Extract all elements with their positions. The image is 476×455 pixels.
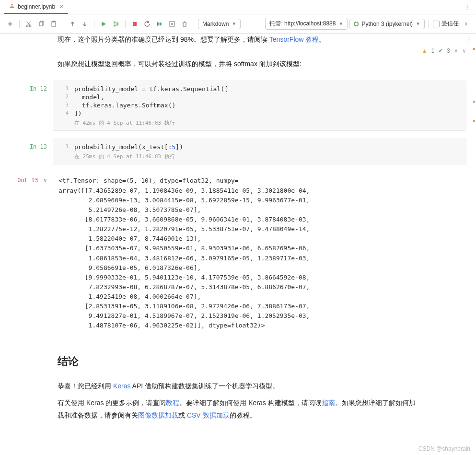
- line-number: 1: [59, 85, 69, 93]
- code-text: probability_model(x_test[:5]): [74, 143, 183, 151]
- tutorial-link[interactable]: 教程: [166, 399, 179, 407]
- kernel-label: Python 3 (ipykernel): [361, 21, 413, 27]
- restart-button[interactable]: [142, 19, 152, 29]
- chevron-down-icon: ▼: [338, 21, 343, 26]
- jupyter-icon: [9, 3, 15, 10]
- code-cell[interactable]: In 12 1probability_model = tf.keras.Sequ…: [0, 80, 476, 132]
- markdown-cell[interactable]: 结论 恭喜！您已经利用 Keras API 借助预构建数据集训练了一个机器学习模…: [0, 336, 476, 431]
- chevron-down-icon: ▼: [416, 21, 420, 26]
- add-cell-button[interactable]: [5, 19, 15, 29]
- svg-rect-6: [133, 22, 137, 26]
- cut-button[interactable]: [23, 19, 34, 29]
- markdown-text: 如果您想让模型返回概率，可以封装经过训练的模型，并将 softmax 附加到该模…: [58, 58, 418, 70]
- code-text: model,: [74, 93, 104, 101]
- variables-button[interactable]: [167, 19, 177, 29]
- execution-info: 在 25ms 的 4 Sep at 11:46:03 执行: [53, 151, 466, 160]
- watermark: CSDN @shaynerain: [418, 445, 470, 452]
- warning-icon[interactable]: ▲: [422, 47, 428, 54]
- cell-type-label: Markdown: [202, 21, 229, 27]
- copy-button[interactable]: [36, 19, 46, 29]
- input-prompt: In 13: [30, 143, 47, 150]
- move-down-button[interactable]: [80, 19, 90, 29]
- svg-rect-3: [39, 22, 43, 26]
- csv-data-link[interactable]: CSV 数据加载: [187, 411, 230, 419]
- code-editor[interactable]: 1probability_model = tf.keras.Sequential…: [53, 81, 466, 131]
- output-cell: Out 13 ∨ <tf.Tensor: shape=(5, 10), dtyp…: [0, 171, 476, 335]
- line-number: 1: [59, 143, 69, 151]
- collapse-icon[interactable]: ∨: [44, 177, 47, 184]
- more-icon[interactable]: ⋮: [462, 1, 472, 12]
- code-text: tf.keras.layers.Softmax(): [74, 102, 175, 109]
- line-number: 2: [59, 93, 69, 101]
- clear-output-button[interactable]: [179, 19, 190, 29]
- host-label: 托管: http://localhost:8888: [269, 20, 336, 28]
- kernel-dropdown[interactable]: Python 3 (ipykernel) ▼: [349, 19, 425, 29]
- inspection-status: ▲1 ✔3 ∧ ∨: [0, 46, 476, 56]
- file-tab[interactable]: beginner.ipynb ×: [4, 0, 68, 14]
- tab-bar: beginner.ipynb × ⋮: [0, 0, 476, 14]
- scrollbar-markers: [467, 34, 476, 129]
- warning-count: 1: [431, 47, 435, 54]
- code-text: probability_model = tf.keras.Sequential(…: [74, 85, 228, 93]
- tab-filename: beginner.ipynb: [18, 3, 55, 10]
- image-data-link[interactable]: 图像数据加载: [138, 411, 178, 419]
- output-text: <tf.Tensor: shape=(5, 10), dtype=float32…: [53, 172, 466, 334]
- paste-button[interactable]: [48, 19, 59, 29]
- svg-point-0: [11, 3, 13, 5]
- line-number: 3: [59, 102, 69, 109]
- separator: [125, 20, 126, 28]
- cell-gutter: In 13: [0, 139, 53, 164]
- line-number: 4: [59, 110, 69, 117]
- chevron-up-icon[interactable]: ∧: [454, 47, 458, 54]
- markdown-paragraph: 恭喜！您已经利用 Keras API 借助预构建数据集训练了一个机器学习模型。: [58, 380, 418, 392]
- separator: [194, 20, 194, 28]
- code-text: ]): [74, 110, 82, 117]
- run-cell-button[interactable]: [98, 19, 109, 29]
- separator: [19, 20, 20, 28]
- cell-gutter: In 12: [0, 81, 53, 131]
- output-prompt: Out 13: [17, 177, 38, 184]
- separator: [429, 20, 429, 28]
- conclusion-heading: 结论: [58, 352, 418, 371]
- chevron-down-icon[interactable]: ∨: [462, 47, 466, 54]
- keras-link[interactable]: Keras: [113, 382, 131, 390]
- markdown-text: 现在，这个照片分类器的准确度已经达到 98%。想要了解更多，请阅读: [58, 35, 269, 43]
- trust-checkbox[interactable]: [433, 21, 440, 27]
- stop-button[interactable]: [129, 19, 140, 29]
- check-icon[interactable]: ✔: [438, 47, 443, 54]
- host-dropdown[interactable]: 托管: http://localhost:8888 ▼: [265, 18, 348, 30]
- tensorflow-tutorial-link[interactable]: TensorFlow 教程: [269, 35, 319, 43]
- cell-type-dropdown[interactable]: Markdown ▼: [198, 19, 241, 29]
- pass-count: 3: [447, 47, 450, 54]
- code-cell[interactable]: In 13 1probability_model(x_test[:5]) 在 2…: [0, 138, 476, 165]
- execution-info: 在 42ms 的 4 Sep at 11:46:03 执行: [53, 117, 466, 127]
- input-prompt: In 12: [30, 85, 47, 92]
- markdown-paragraph: 有关使用 Keras 的更多示例，请查阅教程。要详细了解如何使用 Keras 构…: [58, 397, 418, 421]
- close-icon[interactable]: ×: [59, 3, 63, 11]
- chevron-down-icon: ▼: [232, 21, 236, 26]
- cell-gutter: Out 13 ∨: [0, 172, 53, 334]
- guide-link[interactable]: 指南: [322, 399, 335, 407]
- separator: [63, 20, 63, 28]
- notebook-content: 现在，这个照片分类器的准确度已经达到 98%。想要了解更多，请阅读 Tensor…: [0, 34, 476, 455]
- overflow-button[interactable]: [461, 19, 471, 29]
- debug-cell-button[interactable]: [111, 19, 121, 29]
- run-all-button[interactable]: [154, 19, 165, 29]
- separator: [94, 20, 94, 28]
- toolbar: Markdown ▼ 托管: http://localhost:8888 ▼ P…: [0, 14, 476, 34]
- move-up-button[interactable]: [67, 19, 78, 29]
- code-editor[interactable]: 1probability_model(x_test[:5]) 在 25ms 的 …: [53, 139, 466, 164]
- trust-label: 受信任: [441, 20, 459, 28]
- markdown-cell[interactable]: 如果您想让模型返回概率，可以封装经过训练的模型，并将 softmax 附加到该模…: [0, 56, 476, 80]
- kernel-status-icon: [354, 22, 359, 26]
- markdown-text: 。: [319, 35, 325, 43]
